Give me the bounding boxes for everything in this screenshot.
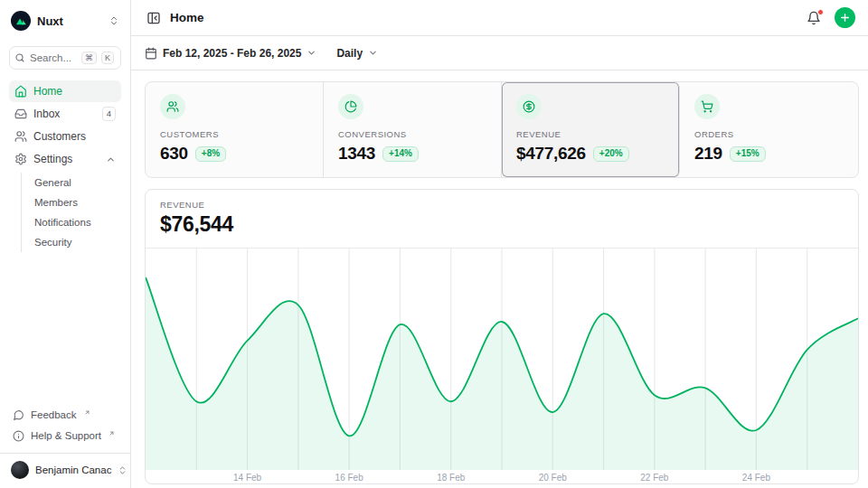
sidebar-item-label: Customers [33, 130, 86, 143]
chevrons-up-down-icon [118, 465, 127, 475]
search-icon [14, 52, 25, 63]
sidebar-nav: Home Inbox 4 Customers Settings [9, 80, 121, 252]
stat-label: CUSTOMERS [160, 129, 308, 139]
stat-card-customers[interactable]: CUSTOMERS 630 +8% [146, 82, 324, 177]
nuxt-logo-icon [11, 11, 31, 31]
revenue-chart-card: REVENUE $76,544 14 Feb16 Feb18 Feb20 Feb… [145, 189, 859, 484]
stat-label: CONVERSIONS [338, 129, 486, 139]
stat-delta-badge: +15% [730, 146, 766, 162]
chart-metric-label: REVENUE [160, 200, 844, 210]
home-icon [14, 85, 27, 98]
workspace-name: Nuxt [37, 14, 63, 28]
sub-item-label: Members [34, 197, 78, 208]
message-circle-icon [13, 409, 24, 421]
x-axis-tick: 14 Feb [233, 473, 261, 483]
stat-card-revenue[interactable]: REVENUE $477,626 +20% [502, 82, 680, 177]
sidebar-collapse-button[interactable] [145, 9, 163, 27]
main-area: Home Feb 12, 2025 - Feb 26, 2025 [131, 0, 868, 488]
sub-item-label: General [34, 177, 71, 188]
avatar [11, 461, 29, 479]
stat-value: 630 [160, 144, 188, 164]
stat-label: REVENUE [516, 129, 665, 139]
shopping-cart-icon [694, 94, 720, 119]
chevron-down-icon [368, 48, 378, 58]
stat-card-conversions[interactable]: CONVERSIONS 1343 +14% [324, 82, 502, 177]
x-axis-tick: 22 Feb [640, 473, 668, 483]
gear-icon [14, 153, 27, 165]
user-name: Benjamin Canac [35, 465, 111, 475]
sidebar-item-members[interactable]: Members [22, 192, 121, 212]
footer-item-label: Feedback [31, 409, 77, 420]
sidebar-item-general[interactable]: General [22, 173, 121, 192]
external-link-icon [84, 409, 90, 416]
kbd-key: K [101, 52, 114, 65]
chevron-up-icon [106, 155, 116, 164]
sidebar-footer: Feedback Help & Support Benjamin Canac [9, 405, 121, 481]
chart-metric-total: $76,544 [160, 212, 844, 237]
sidebar-item-label: Home [33, 85, 62, 98]
chevron-down-icon [307, 48, 316, 58]
stat-delta-badge: +20% [593, 146, 629, 162]
period-value: Daily [336, 47, 363, 60]
stat-label: ORDERS [694, 129, 844, 139]
sidebar: Nuxt ⌘ K Home Inbox 4 [0, 0, 131, 488]
stat-delta-badge: +14% [382, 146, 419, 162]
sidebar-item-notifications[interactable]: Notifications [22, 212, 121, 232]
stat-card-orders[interactable]: ORDERS 219 +15% [680, 82, 858, 177]
panel-left-close-icon [146, 11, 161, 25]
search-input[interactable] [30, 52, 77, 63]
revenue-chart-svg [146, 249, 858, 470]
stat-value: 1343 [338, 144, 375, 164]
kbd-meta: ⌘ [81, 52, 97, 65]
inbox-icon [14, 108, 27, 120]
top-bar: Home [131, 0, 868, 36]
footer-item-label: Help & Support [31, 430, 101, 441]
filter-toolbar: Feb 12, 2025 - Feb 26, 2025 Daily [131, 36, 868, 70]
workspace-switcher[interactable]: Nuxt [9, 9, 121, 33]
x-axis-tick: 18 Feb [437, 473, 465, 483]
notification-dot [817, 9, 824, 15]
plus-icon [839, 12, 851, 23]
sidebar-item-label: Settings [33, 153, 72, 165]
page-title: Home [170, 11, 204, 24]
x-axis-tick: 20 Feb [539, 473, 567, 483]
stat-delta-badge: +8% [195, 146, 226, 162]
sub-item-label: Notifications [34, 217, 91, 228]
chart-header: REVENUE $76,544 [146, 190, 858, 249]
external-link-icon [108, 430, 115, 436]
date-range-value: Feb 12, 2025 - Feb 26, 2025 [163, 47, 301, 60]
users-icon [160, 94, 185, 119]
stat-value: $477,626 [516, 144, 586, 164]
info-circle-icon [13, 430, 24, 442]
help-support-link[interactable]: Help & Support [9, 426, 121, 446]
sub-item-label: Security [34, 237, 72, 248]
circle-dollar-icon [516, 94, 542, 119]
pie-chart-icon [338, 94, 363, 119]
sidebar-item-customers[interactable]: Customers [9, 126, 121, 147]
stats-row: CUSTOMERS 630 +8% CONVERSIONS 1343 +14% [145, 81, 859, 178]
x-axis-labels: 14 Feb16 Feb18 Feb20 Feb22 Feb24 Feb [146, 470, 858, 483]
sidebar-item-home[interactable]: Home [9, 80, 121, 102]
revenue-area-chart[interactable] [146, 249, 858, 470]
feedback-link[interactable]: Feedback [9, 405, 121, 425]
stat-value: 219 [694, 144, 722, 164]
date-range-picker[interactable]: Feb 12, 2025 - Feb 26, 2025 [145, 47, 316, 60]
sidebar-item-settings[interactable]: Settings [9, 148, 121, 170]
x-axis-tick: 16 Feb [335, 473, 363, 483]
sidebar-item-label: Inbox [33, 108, 60, 120]
x-axis-tick: 24 Feb [742, 473, 770, 483]
add-button[interactable] [835, 7, 855, 28]
inbox-count-badge: 4 [102, 107, 116, 120]
period-select[interactable]: Daily [336, 47, 378, 60]
top-bar-actions [805, 7, 855, 28]
notifications-button[interactable] [805, 9, 823, 27]
search-input-wrapper[interactable]: ⌘ K [9, 46, 121, 70]
user-menu[interactable]: Benjamin Canac [0, 453, 130, 481]
sidebar-item-security[interactable]: Security [22, 232, 121, 252]
sidebar-item-inbox[interactable]: Inbox 4 [9, 103, 121, 125]
settings-submenu: General Members Notifications Security [21, 173, 121, 252]
users-icon [14, 130, 27, 143]
dashboard-content: CUSTOMERS 630 +8% CONVERSIONS 1343 +14% [131, 70, 868, 488]
chevrons-up-down-icon [108, 15, 119, 26]
calendar-icon [145, 47, 157, 60]
